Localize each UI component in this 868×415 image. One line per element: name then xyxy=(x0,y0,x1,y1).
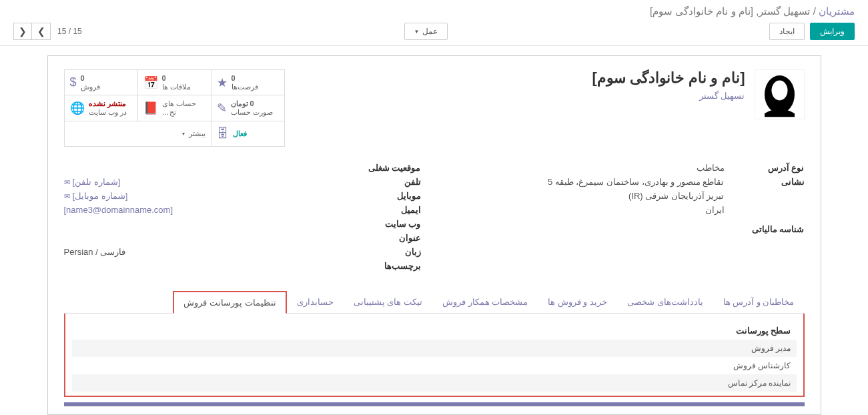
stat-publish[interactable]: منتشر نشدهدر وب سایت 🌐 xyxy=(64,95,137,121)
stat-invoice-label: صورت حساب xyxy=(231,108,273,116)
label-address-type: نوع آدرس xyxy=(725,163,805,173)
archive-icon: 🗄 xyxy=(217,127,229,141)
contact-name: [نام و نام خانوادگی سوم] xyxy=(592,69,745,87)
stat-opportunities[interactable]: 0فرصت‌ها ★ xyxy=(211,70,284,95)
caret-down-icon: ▼ xyxy=(414,29,420,35)
breadcrumb-sep: / xyxy=(813,5,816,17)
level-row[interactable]: مدیر فروش xyxy=(72,340,797,357)
pager-prev[interactable]: ❯ xyxy=(32,23,51,40)
value-mobile[interactable]: [شماره موبایل] xyxy=(73,191,128,201)
stat-meetings[interactable]: 0ملاقات ها 📅 xyxy=(137,70,211,95)
breadcrumb-root[interactable]: مشتریان xyxy=(819,5,855,17)
sms-icon[interactable]: ✉ xyxy=(64,178,70,186)
value-phone[interactable]: [شماره تلفن] xyxy=(73,177,121,187)
tab-contacts[interactable]: مخاطبان و آدرس ها xyxy=(713,291,805,313)
avatar xyxy=(755,69,805,119)
value-lang: Persian / فارسی xyxy=(64,247,341,257)
value-country: ایران xyxy=(448,205,725,215)
calendar-icon: 📅 xyxy=(143,75,158,90)
value-website xyxy=(64,219,341,229)
action-dropdown[interactable]: عمل ▼ xyxy=(404,23,448,40)
dollar-icon: $ xyxy=(70,75,77,89)
svg-point-2 xyxy=(771,81,787,101)
label-vat: شناسه مالیاتی xyxy=(725,224,805,234)
edit-button[interactable]: ویرایش xyxy=(810,23,855,40)
breadcrumb: مشتریان / تسهیل گستر, [نام و نام خانوادگ… xyxy=(650,5,855,17)
value-address-line2: تبریز آذربایجان شرقی (IR) xyxy=(448,191,725,201)
pager-next[interactable]: ❮ xyxy=(13,23,32,40)
label-title: عنوان xyxy=(341,233,421,243)
tab-commission-settings[interactable]: تنظیمات پورسانت فروش xyxy=(173,291,286,314)
action-label: عمل xyxy=(422,27,438,36)
value-email[interactable]: [name3@domainname.com] xyxy=(64,205,341,215)
tab-accounting[interactable]: حسابداری xyxy=(287,291,344,313)
label-mobile: موبایل xyxy=(341,191,421,201)
label-email: ایمیل xyxy=(341,205,421,215)
level-row[interactable]: کارشناس فروش xyxy=(72,357,797,374)
label-address: نشانی xyxy=(725,177,805,187)
label-website: وب سایت xyxy=(341,219,421,229)
value-address-line1: تقاطع منصور و بهادری، ساختمان سیمرغ، طبق… xyxy=(448,177,725,187)
label-job: موقعیت شغلی xyxy=(341,163,421,173)
commission-panel: سطح پورسانت مدیر فروش کارشناس فروش نماین… xyxy=(64,314,805,397)
stat-invoiced[interactable]: 0 تومانصورت حساب ✎ xyxy=(211,95,284,121)
tab-notes[interactable]: یادداشت‌های شخصی xyxy=(617,291,713,313)
caret-down-icon: ▾ xyxy=(182,131,185,137)
stat-sale-value: 0 xyxy=(81,74,100,83)
pager-count: 15 / 15 xyxy=(57,27,82,36)
pencil-icon: ✎ xyxy=(217,101,227,115)
tab-partner[interactable]: مشخصات همکار فروش xyxy=(432,291,538,313)
stat-active-label: فعال xyxy=(233,129,247,137)
stat-invoice-value: 0 تومان xyxy=(231,99,273,108)
label-tags: برچسب‌ها xyxy=(341,261,421,271)
value-vat xyxy=(448,224,725,234)
stat-more[interactable]: بیشتر ▾ xyxy=(64,121,211,147)
tab-bar: مخاطبان و آدرس ها یادداشت‌های شخصی خرید … xyxy=(64,291,805,314)
label-lang: زبان xyxy=(341,247,421,257)
breadcrumb-current: تسهیل گستر, [نام و نام خانوادگی سوم] xyxy=(650,5,811,17)
value-title xyxy=(64,233,341,243)
stat-analytic[interactable]: حساب های تح… 📕 xyxy=(137,95,211,121)
stat-pub-status: منتشر نشده xyxy=(89,99,127,108)
value-tags xyxy=(64,261,341,271)
level-header: سطح پورسانت xyxy=(72,322,797,340)
stat-analytic-label: حساب های تح… xyxy=(162,99,196,116)
create-button[interactable]: ایجاد xyxy=(769,23,805,40)
footer-bar xyxy=(64,402,805,406)
book-icon: 📕 xyxy=(143,101,158,115)
globe-icon: 🌐 xyxy=(70,101,85,115)
stat-more-label: بیشتر xyxy=(189,129,205,138)
stat-meet-label: ملاقات ها xyxy=(162,83,191,91)
sms-icon[interactable]: ✉ xyxy=(64,192,70,200)
label-phone: تلفن xyxy=(341,177,421,187)
value-address-type: مخاطب xyxy=(448,163,725,173)
company-link[interactable]: تسهیل گستر xyxy=(592,91,745,101)
level-row[interactable]: نماینده مرکز تماس xyxy=(72,374,797,392)
stat-sale-label: فروش xyxy=(81,83,100,91)
tab-sales[interactable]: خرید و فروش ها xyxy=(538,291,617,313)
stat-pub-label: در وب سایت xyxy=(89,108,127,116)
stat-meet-value: 0 xyxy=(162,74,191,83)
star-icon: ★ xyxy=(217,75,228,90)
tab-tickets[interactable]: تیکت های پشتیبانی xyxy=(344,291,432,313)
stat-opp-value: 0 xyxy=(232,74,258,83)
stat-opp-label: فرصت‌ها xyxy=(232,83,258,91)
stat-sales[interactable]: 0فروش $ xyxy=(64,70,137,95)
stat-button-box: 0فرصت‌ها ★ 0ملاقات ها 📅 0فروش $ 0 تومانص… xyxy=(64,69,285,147)
form-sheet: [نام و نام خانوادگی سوم] تسهیل گستر 0فرص… xyxy=(47,55,821,415)
commission-level-table: سطح پورسانت مدیر فروش کارشناس فروش نماین… xyxy=(72,322,797,392)
stat-active[interactable]: فعال 🗄 xyxy=(211,121,284,147)
value-job xyxy=(64,163,341,173)
